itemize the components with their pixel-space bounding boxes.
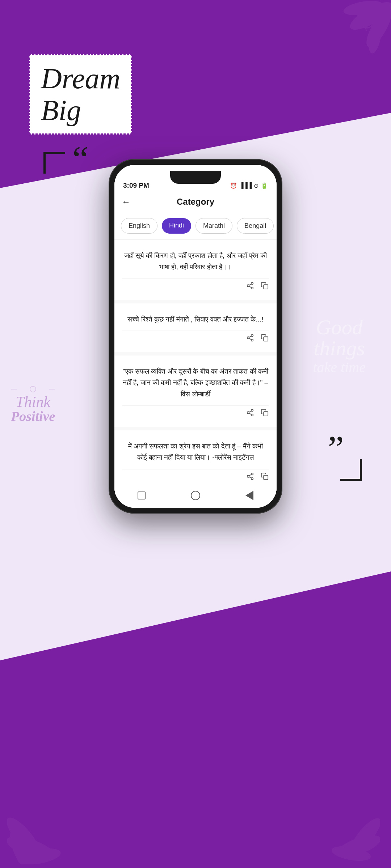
svg-rect-23 — [264, 285, 268, 289]
svg-point-32 — [251, 414, 253, 416]
triangle-icon — [245, 491, 253, 500]
positive-label: Positive — [11, 409, 55, 423]
svg-rect-29 — [264, 337, 268, 341]
svg-point-31 — [247, 412, 249, 414]
quote-actions-2 — [122, 331, 269, 348]
tab-marathi[interactable]: Marathi — [196, 218, 232, 234]
bottom-nav — [114, 483, 277, 508]
svg-line-33 — [249, 413, 251, 414]
svg-point-30 — [251, 409, 253, 412]
battery-icon: 🔋 — [261, 182, 268, 189]
tab-bengali[interactable]: Bengali — [237, 218, 274, 234]
quote-text-3: "एक सफल व्यक्ति और दूसरों के बीच का अंतर… — [122, 366, 269, 400]
phone-notch — [170, 171, 221, 184]
svg-line-34 — [249, 411, 251, 412]
svg-line-22 — [249, 284, 251, 285]
svg-line-39 — [249, 477, 251, 478]
screen-title: Category — [177, 197, 214, 207]
floral-top-right-decoration — [311, 0, 391, 80]
svg-point-25 — [247, 337, 249, 339]
app-header: ← Category — [114, 192, 277, 212]
quote-close-mark: ” — [328, 430, 344, 467]
svg-point-26 — [251, 339, 253, 341]
quote-text-2: सच्चे रिश्ते कुछ नहीं मंगाते , सिवाए वक्… — [122, 314, 269, 325]
share-icon-4[interactable] — [246, 472, 254, 482]
back-button[interactable]: ← — [122, 197, 130, 207]
good-things-watermark: Good things take time — [313, 317, 366, 376]
svg-line-40 — [249, 475, 251, 476]
floral-bottom-left-decoration — [7, 785, 87, 864]
floral-bottom-right-decoration — [308, 788, 380, 861]
square-icon — [138, 492, 146, 499]
things-label: things — [313, 338, 366, 359]
think-label: Think — [11, 394, 55, 409]
quote-card-1: जहाँ सूर्य की किरण हो, वहीं प्रकाश होता … — [114, 240, 277, 300]
phone-outer-shell: 3:09 PM ⏰ ▐▐▐ ⊙ 🔋 ← Category English Hin… — [109, 159, 282, 514]
quotes-list: जहाँ सूर्य की किरण हो, वहीं प्रकाश होता … — [114, 240, 277, 508]
copy-icon-2[interactable] — [261, 334, 269, 344]
alarm-icon: ⏰ — [230, 182, 237, 189]
copy-icon-3[interactable] — [261, 409, 269, 419]
tab-hindi[interactable]: Hindi — [162, 218, 191, 234]
quote-card-3: "एक सफल व्यक्ति और दूसरों के बीच का अंतर… — [114, 356, 277, 427]
svg-point-20 — [251, 287, 253, 289]
svg-point-36 — [251, 473, 253, 475]
share-icon-1[interactable] — [246, 282, 254, 292]
svg-point-16 — [30, 386, 36, 392]
nav-home-button[interactable] — [188, 488, 203, 503]
copy-icon-4[interactable] — [261, 472, 269, 482]
quote-actions-1 — [122, 278, 269, 296]
status-icons: ⏰ ▐▐▐ ⊙ 🔋 — [230, 182, 268, 189]
signal-icon: ▐▐▐ — [239, 182, 252, 189]
good-label: Good — [313, 317, 366, 338]
tab-english[interactable]: English — [121, 218, 157, 234]
svg-line-28 — [249, 336, 251, 337]
svg-line-21 — [249, 286, 251, 288]
svg-point-38 — [251, 477, 253, 480]
dream-big-text: Dream Big — [41, 63, 120, 126]
dream-big-box: Dream Big — [29, 54, 132, 135]
phone-mockup: 3:09 PM ⏰ ▐▐▐ ⊙ 🔋 ← Category English Hin… — [109, 159, 282, 514]
nav-square-button[interactable] — [134, 488, 149, 503]
svg-rect-35 — [264, 412, 268, 416]
take-time-label: take time — [313, 359, 366, 376]
status-time: 3:09 PM — [123, 182, 149, 190]
quote-card-2: सच्चे रिश्ते कुछ नहीं मंगाते , सिवाए वक्… — [114, 303, 277, 352]
svg-point-37 — [247, 475, 249, 477]
svg-line-27 — [249, 338, 251, 340]
svg-point-24 — [251, 335, 253, 337]
floral-mid-left-decoration — [0, 521, 65, 586]
quote-card-4: में अपनी सफलता का श्रेय इस बात को देता ह… — [114, 430, 277, 490]
quote-actions-3 — [122, 405, 269, 423]
svg-rect-41 — [264, 475, 268, 480]
quote-text-1: जहाँ सूर्य की किरण हो, वहीं प्रकाश होता … — [122, 250, 269, 273]
think-positive-watermark: Think Positive — [11, 386, 55, 423]
language-tabs: English Hindi Marathi Bengali — [114, 212, 277, 240]
quote-text-4: में अपनी सफलता का श्रेय इस बात को देता ह… — [122, 441, 269, 463]
share-icon-3[interactable] — [246, 409, 254, 419]
svg-point-18 — [251, 282, 253, 285]
nav-back-button[interactable] — [242, 488, 257, 503]
phone-screen: 3:09 PM ⏰ ▐▐▐ ⊙ 🔋 ← Category English Hin… — [114, 165, 277, 508]
circle-icon — [191, 491, 200, 500]
wifi-icon: ⊙ — [254, 182, 258, 189]
bracket-top-left — [43, 152, 65, 174]
copy-icon-1[interactable] — [261, 282, 269, 292]
share-icon-2[interactable] — [246, 334, 254, 344]
quote-open-mark: “ — [72, 141, 88, 177]
svg-point-19 — [247, 285, 249, 287]
